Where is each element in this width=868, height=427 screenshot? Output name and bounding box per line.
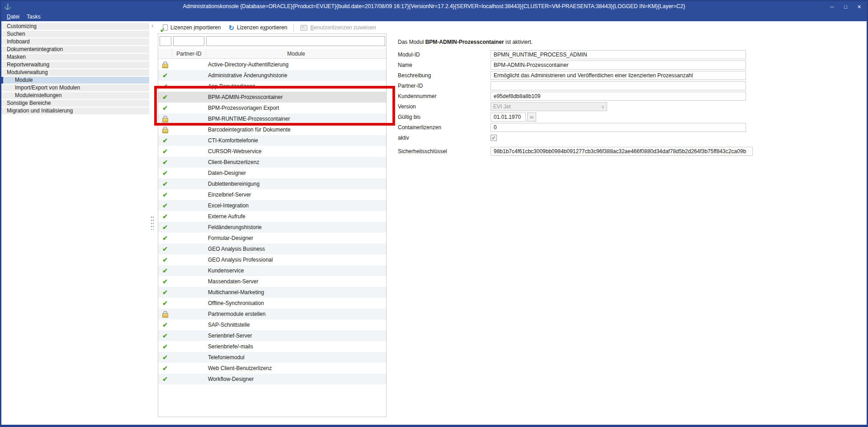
module-name-cell: Web Client-Benutzerlizenz bbox=[205, 365, 386, 371]
module-row-geo-analysis-professional[interactable]: ✔GEO Analysis Professional bbox=[158, 254, 386, 265]
toolbar-button-lizenzen-exportieren[interactable]: ↻Lizenzen exportieren bbox=[225, 23, 290, 33]
module-row-administrative-änderungshistorie[interactable]: ✔Administrative Änderungshistorie bbox=[158, 70, 386, 81]
module-name-cell: SAP-Schnittstelle bbox=[205, 322, 386, 328]
status-cell: ✔ bbox=[158, 192, 172, 198]
field-row-version: VersionEVI Jet∨ bbox=[398, 102, 753, 111]
module-row-einzelbrief-server[interactable]: ✔Einzelbrief-Server bbox=[158, 189, 386, 200]
status-cell: ✔ bbox=[158, 235, 172, 241]
calendar-icon[interactable]: 31 bbox=[527, 113, 536, 122]
administration-console-window: ⚓ Administrationskonsole {Database=ORACL… bbox=[0, 0, 868, 427]
module-row-bpm-admin-prozesscontainer[interactable]: ✔BPM-ADMIN-Prozesscontainer bbox=[158, 92, 386, 103]
check-icon: ✔ bbox=[162, 181, 168, 187]
partner-id-field[interactable] bbox=[491, 81, 746, 90]
module-row-cti-komforttelefonie[interactable]: ✔CTI-Komforttelefonie bbox=[158, 135, 386, 146]
module-row-feldänderungshistorie[interactable]: ✔Feldänderungshistorie bbox=[158, 222, 386, 233]
kundennummer-field[interactable]: e95def8db8a8b109 bbox=[491, 92, 746, 101]
field-row-partner-id: Partner-ID bbox=[398, 81, 753, 90]
sidebar-item-dokumentenintegration[interactable]: Dokumentenintegration bbox=[1, 46, 149, 53]
module-row-massendaten-server[interactable]: ✔Massendaten-Server bbox=[158, 276, 386, 287]
sidebar-item-reportverwaltung[interactable]: Reportverwaltung bbox=[1, 61, 149, 68]
module-row-excel-integration[interactable]: ✔Excel-Integration bbox=[158, 200, 386, 211]
module-row-offline-synchronisation[interactable]: ✔Offline-Synchronisation bbox=[158, 298, 386, 309]
module-row-geo-analysis-business[interactable]: ✔GEO Analysis Business bbox=[158, 244, 386, 254]
module-row-telefoniemodul[interactable]: ✔Telefoniemodul bbox=[158, 352, 386, 363]
lock-icon bbox=[162, 313, 168, 318]
module-name-cell: Client-Benutzerlizenz bbox=[205, 159, 386, 165]
check-icon: ✔ bbox=[162, 257, 168, 263]
sidebar-collapse-icon[interactable]: ‹ bbox=[151, 22, 153, 29]
filter-status-input[interactable] bbox=[160, 36, 171, 46]
status-cell bbox=[158, 116, 172, 122]
filter-partner-id-input[interactable] bbox=[173, 36, 204, 46]
toolbar-button-lizenzen-importieren[interactable]: ↙Lizenzen importieren bbox=[158, 23, 224, 33]
minimize-button[interactable]: ─ bbox=[829, 4, 835, 10]
module-row-active-directory-authentifizierung[interactable]: Active-Directory-Authentifizierung bbox=[158, 59, 386, 70]
column-header-partner-id[interactable]: Partner-ID bbox=[172, 49, 206, 58]
module-name-cell: CURSOR-Webservice bbox=[205, 148, 386, 155]
splitter-handle[interactable] bbox=[151, 216, 154, 230]
modul-id-field[interactable]: BPMN_RUNTIME_PROCESS_ADMIN bbox=[491, 50, 746, 59]
check-icon: ✔ bbox=[162, 322, 168, 328]
module-row-formular-designer[interactable]: ✔Formular-Designer bbox=[158, 233, 386, 244]
sidebar-item-masken[interactable]: Masken bbox=[1, 54, 149, 61]
module-name-cell: Dublettenbereinigung bbox=[205, 181, 386, 187]
module-name-cell: Serienbrief-Server bbox=[205, 333, 386, 339]
toolbar-separator bbox=[293, 24, 294, 32]
module-row-serienbriefe-mails[interactable]: ✔Serienbriefe/-mails bbox=[158, 341, 386, 352]
module-row-kundenservice[interactable]: ✔Kundenservice bbox=[158, 265, 386, 276]
module-name-cell: GEO Analysis Business bbox=[205, 246, 386, 252]
check-icon: ✔ bbox=[162, 224, 168, 230]
beschreibung-field[interactable]: Ermöglicht das Administrieren und Veröff… bbox=[491, 71, 746, 80]
module-row-externe-aufrufe[interactable]: ✔Externe Aufrufe bbox=[158, 211, 386, 222]
module-row-dublettenbereinigung[interactable]: ✔Dublettenbereinigung bbox=[158, 178, 386, 189]
sidebar-item-customizing[interactable]: Customizing bbox=[1, 23, 149, 30]
sidebar-item-sonstige-bereiche[interactable]: Sonstige Bereiche bbox=[1, 100, 149, 107]
sidebar-item-migration-und-initialisierung[interactable]: Migration und Initialisierung bbox=[1, 108, 149, 114]
gültig-bis-field[interactable]: 01.01.1970 bbox=[491, 113, 526, 122]
module-row-bpm-prozessvorlagen-export[interactable]: ✔BPM-Prozessvorlagen Export bbox=[158, 103, 386, 113]
field-label: Version bbox=[398, 103, 491, 110]
check-icon: ✔ bbox=[162, 365, 168, 371]
sidebar-item-import-export-von-modulen[interactable]: Import/Export von Modulen bbox=[1, 84, 149, 91]
field-row-containerlizenzen: Containerlizenzen0 bbox=[398, 123, 753, 132]
name-field[interactable]: BPM-ADMIN-Prozesscontainer bbox=[491, 61, 746, 70]
check-icon: ✔ bbox=[162, 94, 168, 100]
menu-item-tasks[interactable]: Tasks bbox=[23, 13, 44, 21]
module-row-barcodeintegration-für-dokumente[interactable]: Barcodeintegration für Dokumente bbox=[158, 124, 386, 135]
column-header-module[interactable]: Module bbox=[206, 49, 386, 58]
module-row-sap-schnittstelle[interactable]: ✔SAP-Schnittstelle bbox=[158, 319, 386, 330]
sidebar-item-moduleinstellungen[interactable]: Moduleinstellungen bbox=[1, 92, 149, 99]
check-icon: ✔ bbox=[162, 354, 168, 361]
module-row-bpm-runtime-prozesscontainer[interactable]: BPM-RUNTIME-Prozesscontainer bbox=[158, 113, 386, 124]
sicherheitsschlüssel-field[interactable]: 98b1b7c4f61cbc3009bb0984b091277cb3c96f38… bbox=[491, 147, 753, 156]
module-row-web-client-benutzerlizenz[interactable]: ✔Web Client-Benutzerlizenz bbox=[158, 363, 386, 374]
sidebar-item-suchen[interactable]: Suchen bbox=[1, 31, 149, 38]
module-row-partnermodule-erstellen[interactable]: Partnermodule erstellen bbox=[158, 309, 386, 319]
module-row-client-benutzerlizenz[interactable]: ✔Client-Benutzerlizenz bbox=[158, 157, 386, 168]
check-icon: ✔ bbox=[162, 192, 168, 198]
sidebar-item-modulverwaltung[interactable]: Modulverwaltung bbox=[1, 69, 149, 76]
check-icon: ✔ bbox=[162, 105, 168, 111]
module-row-cursor-webservice[interactable]: ✔CURSOR-Webservice bbox=[158, 146, 386, 157]
menu-item-datei[interactable]: Datei bbox=[3, 13, 23, 21]
module-row-serienbrief-server[interactable]: ✔Serienbrief-Server bbox=[158, 330, 386, 341]
module-table-header: Partner-ID Module bbox=[158, 49, 386, 59]
sidebar-item-infoboard[interactable]: Infoboard bbox=[1, 38, 149, 45]
maximize-button[interactable]: □ bbox=[843, 4, 849, 10]
module-name-cell: Multichannel-Marketing bbox=[205, 289, 386, 296]
module-row-app-benutzerlizenz[interactable]: ✔App-Benutzerlizenz bbox=[158, 81, 386, 92]
toolbar-button-label: Benutzerlizenzen zuweisen bbox=[310, 24, 376, 31]
filter-module-input[interactable] bbox=[206, 36, 385, 46]
field-label: Modul-ID bbox=[398, 52, 491, 58]
module-row-multichannel-marketing[interactable]: ✔Multichannel-Marketing bbox=[158, 287, 386, 298]
containerlizenzen-field[interactable]: 0 bbox=[491, 123, 746, 132]
sidebar-item-module[interactable]: Module bbox=[1, 77, 149, 84]
module-name-cell: Kundenservice bbox=[205, 267, 386, 274]
close-button[interactable]: ✕ bbox=[856, 4, 862, 10]
status-cell: ✔ bbox=[158, 300, 172, 306]
version-select[interactable]: EVI Jet∨ bbox=[491, 102, 607, 111]
field-label: Sicherheitsschlüssel bbox=[398, 148, 491, 155]
aktiv-checkbox[interactable]: ✔ bbox=[491, 135, 497, 141]
module-row-daten-designer[interactable]: ✔Daten-Designer bbox=[158, 168, 386, 178]
module-row-workflow-designer[interactable]: ✔Workflow-Designer bbox=[158, 374, 386, 385]
